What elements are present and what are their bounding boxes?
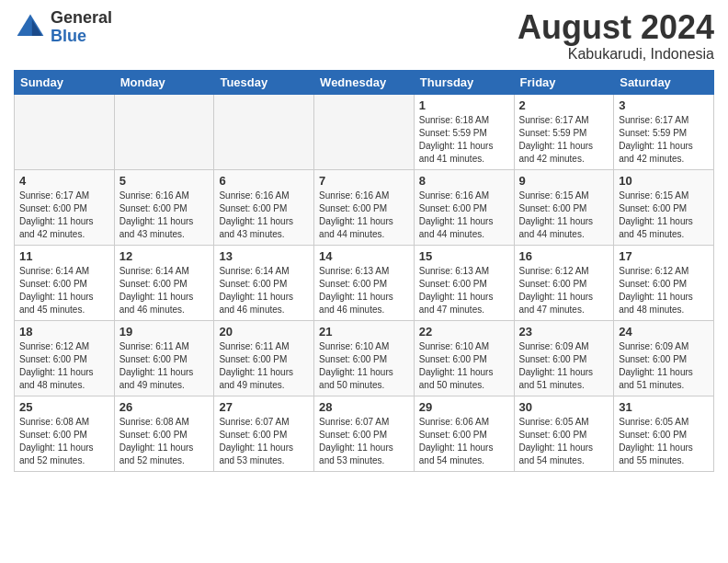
calendar-cell: 7Sunrise: 6:16 AMSunset: 6:00 PMDaylight… <box>314 169 415 245</box>
day-info: Sunrise: 6:12 AMSunset: 6:00 PMDaylight:… <box>19 340 109 392</box>
calendar-cell: 31Sunrise: 6:05 AMSunset: 6:00 PMDayligh… <box>614 396 714 471</box>
day-info: Sunrise: 6:09 AMSunset: 6:00 PMDaylight:… <box>619 340 709 392</box>
day-info: Sunrise: 6:18 AMSunset: 5:59 PMDaylight:… <box>419 114 509 166</box>
calendar-cell: 22Sunrise: 6:10 AMSunset: 6:00 PMDayligh… <box>414 320 514 396</box>
day-number: 9 <box>519 174 609 188</box>
day-number: 28 <box>319 400 409 414</box>
day-number: 3 <box>619 98 709 112</box>
logo: General Blue <box>14 9 112 46</box>
day-number: 20 <box>219 325 309 339</box>
location: Kabukarudi, Indonesia <box>518 46 714 63</box>
day-info: Sunrise: 6:13 AMSunset: 6:00 PMDaylight:… <box>319 265 409 316</box>
day-info: Sunrise: 6:11 AMSunset: 6:00 PMDaylight:… <box>119 340 210 392</box>
day-number: 1 <box>419 98 509 112</box>
header-cell-sunday: Sunday <box>15 70 115 94</box>
day-number: 22 <box>419 325 509 339</box>
calendar-cell <box>15 94 115 169</box>
logo-text: General Blue <box>51 9 112 46</box>
day-info: Sunrise: 6:17 AMSunset: 6:00 PMDaylight:… <box>19 190 109 241</box>
day-info: Sunrise: 6:10 AMSunset: 6:00 PMDaylight:… <box>319 340 409 392</box>
calendar-cell <box>314 94 415 169</box>
day-info: Sunrise: 6:17 AMSunset: 5:59 PMDaylight:… <box>619 114 709 166</box>
day-info: Sunrise: 6:07 AMSunset: 6:00 PMDaylight:… <box>319 416 409 467</box>
day-info: Sunrise: 6:17 AMSunset: 5:59 PMDaylight:… <box>519 114 609 166</box>
day-number: 19 <box>119 325 210 339</box>
day-number: 8 <box>419 174 509 188</box>
header-cell-wednesday: Wednesday <box>314 70 415 94</box>
calendar-table: SundayMondayTuesdayWednesdayThursdayFrid… <box>14 70 714 472</box>
logo-icon <box>14 11 47 44</box>
calendar-cell: 16Sunrise: 6:12 AMSunset: 6:00 PMDayligh… <box>514 245 614 320</box>
day-info: Sunrise: 6:16 AMSunset: 6:00 PMDaylight:… <box>119 190 210 241</box>
day-number: 4 <box>19 174 109 188</box>
calendar-cell: 26Sunrise: 6:08 AMSunset: 6:00 PMDayligh… <box>114 396 214 471</box>
header-row: SundayMondayTuesdayWednesdayThursdayFrid… <box>15 70 714 94</box>
day-number: 18 <box>19 325 109 339</box>
header-cell-monday: Monday <box>114 70 214 94</box>
day-info: Sunrise: 6:13 AMSunset: 6:00 PMDaylight:… <box>419 265 509 316</box>
day-info: Sunrise: 6:14 AMSunset: 6:00 PMDaylight:… <box>19 265 109 316</box>
header-cell-saturday: Saturday <box>614 70 714 94</box>
calendar-cell: 5Sunrise: 6:16 AMSunset: 6:00 PMDaylight… <box>114 169 214 245</box>
day-number: 14 <box>319 249 409 263</box>
day-info: Sunrise: 6:10 AMSunset: 6:00 PMDaylight:… <box>419 340 509 392</box>
calendar-cell: 13Sunrise: 6:14 AMSunset: 6:00 PMDayligh… <box>214 245 314 320</box>
calendar-cell: 18Sunrise: 6:12 AMSunset: 6:00 PMDayligh… <box>15 320 115 396</box>
calendar-cell: 23Sunrise: 6:09 AMSunset: 6:00 PMDayligh… <box>514 320 614 396</box>
day-number: 21 <box>319 325 409 339</box>
calendar-cell: 28Sunrise: 6:07 AMSunset: 6:00 PMDayligh… <box>314 396 415 471</box>
week-row-5: 25Sunrise: 6:08 AMSunset: 6:00 PMDayligh… <box>15 396 714 471</box>
day-number: 26 <box>119 400 210 414</box>
day-number: 13 <box>219 249 309 263</box>
calendar-cell: 20Sunrise: 6:11 AMSunset: 6:00 PMDayligh… <box>214 320 314 396</box>
day-info: Sunrise: 6:14 AMSunset: 6:00 PMDaylight:… <box>119 265 210 316</box>
day-info: Sunrise: 6:09 AMSunset: 6:00 PMDaylight:… <box>519 340 609 392</box>
day-info: Sunrise: 6:15 AMSunset: 6:00 PMDaylight:… <box>619 190 709 241</box>
day-number: 31 <box>619 400 709 414</box>
calendar-cell: 29Sunrise: 6:06 AMSunset: 6:00 PMDayligh… <box>414 396 514 471</box>
calendar-cell: 17Sunrise: 6:12 AMSunset: 6:00 PMDayligh… <box>614 245 714 320</box>
day-info: Sunrise: 6:11 AMSunset: 6:00 PMDaylight:… <box>219 340 309 392</box>
day-number: 27 <box>219 400 309 414</box>
day-info: Sunrise: 6:08 AMSunset: 6:00 PMDaylight:… <box>119 416 210 467</box>
header: General Blue August 2024 Kabukarudi, Ind… <box>14 9 714 63</box>
calendar-cell: 8Sunrise: 6:16 AMSunset: 6:00 PMDaylight… <box>414 169 514 245</box>
calendar-cell: 9Sunrise: 6:15 AMSunset: 6:00 PMDaylight… <box>514 169 614 245</box>
day-number: 29 <box>419 400 509 414</box>
calendar-cell: 27Sunrise: 6:07 AMSunset: 6:00 PMDayligh… <box>214 396 314 471</box>
day-info: Sunrise: 6:06 AMSunset: 6:00 PMDaylight:… <box>419 416 509 467</box>
calendar-cell: 19Sunrise: 6:11 AMSunset: 6:00 PMDayligh… <box>114 320 214 396</box>
day-info: Sunrise: 6:12 AMSunset: 6:00 PMDaylight:… <box>619 265 709 316</box>
calendar-cell: 10Sunrise: 6:15 AMSunset: 6:00 PMDayligh… <box>614 169 714 245</box>
logo-general-text: General <box>51 9 112 28</box>
day-number: 12 <box>119 249 210 263</box>
day-info: Sunrise: 6:12 AMSunset: 6:00 PMDaylight:… <box>519 265 609 316</box>
calendar-cell: 12Sunrise: 6:14 AMSunset: 6:00 PMDayligh… <box>114 245 214 320</box>
day-number: 23 <box>519 325 609 339</box>
day-info: Sunrise: 6:16 AMSunset: 6:00 PMDaylight:… <box>319 190 409 241</box>
day-number: 2 <box>519 98 609 112</box>
header-cell-friday: Friday <box>514 70 614 94</box>
calendar-cell: 21Sunrise: 6:10 AMSunset: 6:00 PMDayligh… <box>314 320 415 396</box>
day-number: 24 <box>619 325 709 339</box>
calendar-cell: 24Sunrise: 6:09 AMSunset: 6:00 PMDayligh… <box>614 320 714 396</box>
calendar-cell <box>214 94 314 169</box>
calendar-cell: 15Sunrise: 6:13 AMSunset: 6:00 PMDayligh… <box>414 245 514 320</box>
week-row-1: 1Sunrise: 6:18 AMSunset: 5:59 PMDaylight… <box>15 94 714 169</box>
day-info: Sunrise: 6:07 AMSunset: 6:00 PMDaylight:… <box>219 416 309 467</box>
header-cell-thursday: Thursday <box>414 70 514 94</box>
day-number: 25 <box>19 400 109 414</box>
week-row-4: 18Sunrise: 6:12 AMSunset: 6:00 PMDayligh… <box>15 320 714 396</box>
day-number: 15 <box>419 249 509 263</box>
title-area: August 2024 Kabukarudi, Indonesia <box>518 9 714 63</box>
calendar-cell: 30Sunrise: 6:05 AMSunset: 6:00 PMDayligh… <box>514 396 614 471</box>
week-row-3: 11Sunrise: 6:14 AMSunset: 6:00 PMDayligh… <box>15 245 714 320</box>
day-number: 6 <box>219 174 309 188</box>
month-title: August 2024 <box>518 9 714 46</box>
day-number: 30 <box>519 400 609 414</box>
day-info: Sunrise: 6:16 AMSunset: 6:00 PMDaylight:… <box>219 190 309 241</box>
day-info: Sunrise: 6:15 AMSunset: 6:00 PMDaylight:… <box>519 190 609 241</box>
calendar-cell: 3Sunrise: 6:17 AMSunset: 5:59 PMDaylight… <box>614 94 714 169</box>
calendar-cell: 2Sunrise: 6:17 AMSunset: 5:59 PMDaylight… <box>514 94 614 169</box>
calendar-cell: 6Sunrise: 6:16 AMSunset: 6:00 PMDaylight… <box>214 169 314 245</box>
